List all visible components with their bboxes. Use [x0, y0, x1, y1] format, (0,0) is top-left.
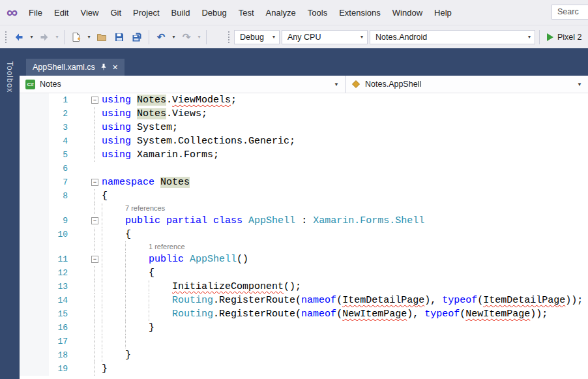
project-dropdown[interactable]: C# Notes ▼: [20, 76, 345, 93]
code-text[interactable]: using Notes.ViewModels;: [100, 93, 588, 107]
collapse-toggle-icon[interactable]: −: [91, 179, 98, 186]
breakpoint-margin[interactable]: [20, 121, 49, 134]
menu-item-tools[interactable]: Tools: [302, 5, 333, 21]
breakpoint-margin[interactable]: [20, 362, 49, 376]
code-text[interactable]: public partial class AppShell : Xamarin.…: [100, 214, 588, 228]
code-text[interactable]: InitializeComponent();: [100, 280, 588, 294]
open-file-button[interactable]: [94, 29, 110, 45]
breakpoint-margin[interactable]: [20, 307, 49, 321]
code-text[interactable]: namespace Notes: [100, 175, 588, 189]
code-text[interactable]: using Xamarin.Forms;: [100, 148, 588, 162]
code-editor[interactable]: 1−using Notes.ViewModels;2using Notes.Vi…: [20, 93, 588, 379]
code-text[interactable]: {: [100, 228, 588, 241]
breakpoint-margin[interactable]: [20, 294, 49, 307]
save-all-button[interactable]: [129, 29, 145, 45]
menu-item-debug[interactable]: Debug: [196, 5, 232, 21]
navigate-forward-dropdown-icon[interactable]: ▾: [54, 34, 60, 40]
code-text[interactable]: using Notes.Views;: [100, 107, 588, 121]
menu-item-file[interactable]: File: [23, 5, 48, 21]
menu-item-test[interactable]: Test: [233, 5, 260, 21]
toolbox-tab[interactable]: Toolbox: [5, 61, 14, 93]
breakpoint-margin[interactable]: [20, 203, 49, 214]
save-button[interactable]: [111, 29, 127, 45]
code-text[interactable]: {: [100, 266, 588, 280]
navigate-back-dropdown-icon[interactable]: ▾: [29, 34, 35, 40]
undo-dropdown-icon[interactable]: ▾: [171, 34, 177, 40]
breakpoint-margin[interactable]: [20, 189, 49, 203]
menu-item-extensions[interactable]: Extensions: [333, 5, 387, 21]
breakpoint-margin[interactable]: [20, 266, 49, 280]
outlining-margin: [90, 335, 100, 348]
navigate-back-button[interactable]: [11, 29, 27, 45]
codelens-references[interactable]: 1 reference: [149, 243, 185, 250]
code-text[interactable]: public AppShell(): [100, 252, 588, 266]
back-arrow-icon: [14, 32, 24, 42]
pin-icon[interactable]: [100, 63, 107, 71]
menu-item-project[interactable]: Project: [127, 5, 165, 21]
collapse-toggle-icon[interactable]: −: [91, 97, 98, 104]
breakpoint-margin[interactable]: [20, 252, 49, 266]
breakpoint-margin[interactable]: [20, 107, 49, 121]
outlining-margin: [90, 134, 100, 148]
close-icon[interactable]: ✕: [112, 64, 118, 71]
undo-button[interactable]: ↶: [153, 29, 169, 45]
navigate-forward-button[interactable]: [37, 29, 52, 45]
breakpoint-margin[interactable]: [20, 93, 49, 107]
code-text[interactable]: using System;: [100, 121, 588, 134]
search-input[interactable]: Searc: [551, 5, 588, 20]
code-text[interactable]: }: [100, 348, 588, 362]
solution-configuration-dropdown[interactable]: Debug ▾: [234, 30, 280, 44]
menu-item-help[interactable]: Help: [428, 5, 458, 21]
line-number: 4: [49, 134, 70, 148]
code-line: 8{: [20, 189, 588, 203]
code-text[interactable]: [100, 335, 588, 348]
run-button[interactable]: Pixel 2: [547, 33, 582, 42]
indent-guide: [102, 214, 102, 228]
toolbar-drag-grip-icon[interactable]: [5, 31, 7, 44]
breakpoint-margin[interactable]: [20, 175, 49, 189]
outlining-margin: −: [90, 175, 100, 189]
breakpoint-margin[interactable]: [20, 148, 49, 162]
new-item-button[interactable]: [68, 29, 84, 45]
code-text[interactable]: }: [100, 362, 588, 376]
outlining-guide: [95, 148, 95, 162]
breakpoint-margin[interactable]: [20, 241, 49, 252]
code-text[interactable]: Routing.RegisterRoute(nameof(NewItemPage…: [100, 307, 588, 321]
codelens-references[interactable]: 7 references: [125, 204, 165, 212]
code-text[interactable]: {: [100, 189, 588, 203]
redo-dropdown-icon[interactable]: ▾: [196, 34, 202, 40]
collapse-toggle-icon[interactable]: −: [91, 217, 98, 224]
breakpoint-margin[interactable]: [20, 321, 49, 335]
startup-project-dropdown[interactable]: Notes.Android ▾: [370, 30, 535, 44]
breakpoint-margin[interactable]: [20, 162, 49, 175]
menu-item-window[interactable]: Window: [387, 5, 428, 21]
menu-item-edit[interactable]: Edit: [48, 5, 74, 21]
menu-item-view[interactable]: View: [74, 5, 104, 21]
breakpoint-margin[interactable]: [20, 134, 49, 148]
selection-margin: [70, 321, 90, 335]
code-text[interactable]: using System.Collections.Generic;: [100, 134, 588, 148]
breakpoint-margin[interactable]: [20, 280, 49, 294]
code-text[interactable]: 1 reference: [100, 241, 588, 252]
type-dropdown[interactable]: Notes.AppShell ▼: [345, 76, 588, 93]
line-number: 10: [49, 228, 70, 241]
code-text[interactable]: }: [100, 321, 588, 335]
collapse-toggle-icon[interactable]: −: [91, 256, 98, 263]
solution-platform-dropdown[interactable]: Any CPU ▾: [282, 30, 368, 44]
code-text[interactable]: [100, 162, 588, 175]
breakpoint-margin[interactable]: [20, 214, 49, 228]
breakpoint-margin[interactable]: [20, 228, 49, 241]
new-item-dropdown-icon[interactable]: ▾: [86, 34, 92, 40]
redo-button[interactable]: ↷: [179, 29, 194, 45]
toolbar-drag-grip-icon[interactable]: [228, 31, 230, 44]
document-tab-appshell[interactable]: AppShell.xaml.cs ✕: [26, 59, 125, 76]
line-number: 1: [49, 93, 70, 107]
code-text[interactable]: 7 references: [100, 203, 588, 214]
breakpoint-margin[interactable]: [20, 335, 49, 348]
code-text[interactable]: Routing.RegisterRoute(nameof(ItemDetailP…: [100, 294, 588, 307]
breakpoint-margin[interactable]: [20, 348, 49, 362]
menu-item-git[interactable]: Git: [104, 5, 127, 21]
menu-item-analyze[interactable]: Analyze: [260, 5, 302, 21]
line-number: 2: [49, 107, 70, 121]
menu-item-build[interactable]: Build: [166, 5, 196, 21]
